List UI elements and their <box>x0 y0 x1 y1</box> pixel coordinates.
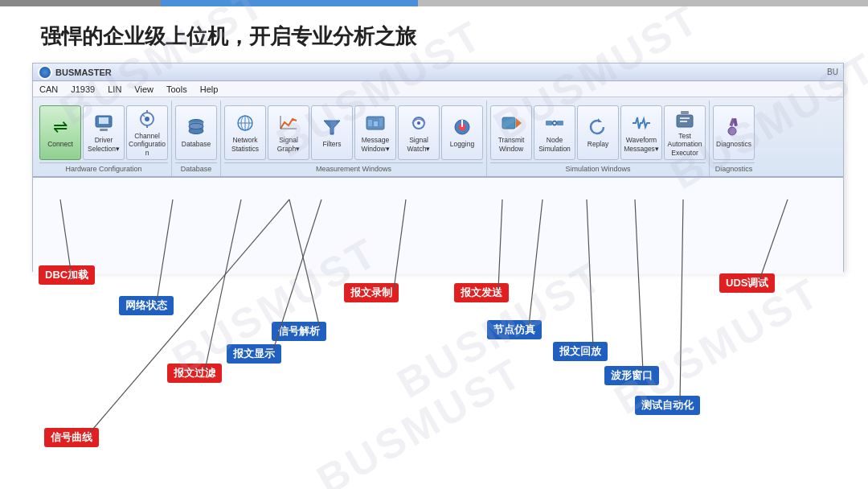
annotation-signal-curve: 信号曲线 <box>44 428 99 447</box>
signal-graph-button[interactable]: SignalGraph▾ <box>268 105 309 160</box>
waveform-button[interactable]: WaveformMessages▾ <box>620 105 662 160</box>
annotation-message-record: 报文录制 <box>344 283 399 302</box>
node-sim-icon <box>543 112 566 134</box>
signal-graph-icon <box>277 112 300 134</box>
menu-lin[interactable]: LIN <box>108 84 121 94</box>
signal-watch-button[interactable]: SignalWatch▾ <box>398 105 440 160</box>
content-area <box>33 178 843 274</box>
svg-rect-20 <box>368 120 372 126</box>
annotation-node-simulation: 节点仿真 <box>487 320 542 339</box>
svg-rect-38 <box>733 118 738 127</box>
filters-button[interactable]: Filters <box>311 105 353 160</box>
app-logo <box>38 65 52 80</box>
logging-button[interactable]: Logging <box>441 105 483 160</box>
toolbar: ⇌ Connect DriverSelection▾ ChannelConfig… <box>33 97 843 178</box>
annotation-signal-analysis: 信号解析 <box>272 322 326 341</box>
page-title: 强悍的企业级上位机，开启专业分析之旅 <box>40 23 416 51</box>
svg-rect-21 <box>374 121 378 126</box>
annotation-message-filter: 报文过滤 <box>167 364 222 383</box>
network-icon <box>234 112 256 134</box>
diagnostics-icon <box>723 116 745 138</box>
simulation-group-label: Simulation Windows <box>490 162 706 175</box>
watermark-8: BUSMUST <box>309 348 531 489</box>
node-simulation-button[interactable]: NodeSimulation <box>534 105 575 160</box>
toolbar-group-measurement: NetworkStatistics SignalGraph▾ Filters <box>221 101 487 176</box>
logging-label: Logging <box>450 140 474 148</box>
menu-help[interactable]: Help <box>200 84 219 94</box>
node-sim-label: NodeSimulation <box>538 136 571 152</box>
toolbar-group-simulation: TransmitWindow NodeSimulation Replay <box>487 101 710 176</box>
waveform-icon <box>630 112 653 134</box>
diagnostics-label: Diagnostics <box>716 140 751 148</box>
toolbar-group-database: Database Database <box>172 101 221 176</box>
database-button[interactable]: Database <box>175 105 217 160</box>
svg-rect-31 <box>557 121 563 125</box>
replay-button[interactable]: Replay <box>577 105 619 160</box>
menu-tools[interactable]: Tools <box>166 84 187 94</box>
message-window-icon <box>364 112 387 134</box>
filters-icon <box>321 116 343 138</box>
replay-label: Replay <box>588 140 608 148</box>
annotation-message-send: 报文发送 <box>454 283 509 302</box>
channel-icon <box>136 108 158 130</box>
driver-label: DriverSelection▾ <box>88 136 120 152</box>
filters-label: Filters <box>322 140 341 148</box>
annotation-message-display: 报文显示 <box>227 344 281 364</box>
driver-icon <box>92 112 115 134</box>
annotation-network-status: 网络状态 <box>119 296 174 315</box>
svg-marker-29 <box>516 118 522 128</box>
transmit-icon <box>500 112 522 134</box>
toolbar-group-diagnostics: Diagnostics Diagnostics <box>710 101 758 176</box>
hardware-group-label: Hardware Configuration <box>39 162 168 175</box>
signal-watch-label: SignalWatch▾ <box>407 136 431 152</box>
svg-point-11 <box>189 124 203 129</box>
svg-rect-2 <box>100 129 108 131</box>
driver-selection-button[interactable]: DriverSelection▾ <box>83 105 125 160</box>
menu-can[interactable]: CAN <box>39 84 58 94</box>
transmit-label: TransmitWindow <box>498 136 525 152</box>
menu-view[interactable]: View <box>134 84 154 94</box>
svg-rect-22 <box>379 118 383 126</box>
test-auto-icon <box>674 108 696 130</box>
channel-config-button[interactable]: ChannelConfiguration <box>126 105 168 160</box>
database-label: Database <box>182 140 211 148</box>
svg-point-6 <box>145 117 149 121</box>
connect-button[interactable]: ⇌ Connect <box>39 105 81 160</box>
software-window: BUSMASTER BU CAN J1939 LIN View Tools He… <box>32 63 844 272</box>
svg-point-24 <box>417 121 420 125</box>
network-statistics-button[interactable]: NetworkStatistics <box>224 105 266 160</box>
measurement-group-label: Measurement Windows <box>224 162 483 175</box>
svg-rect-30 <box>546 121 552 125</box>
top-color-bars <box>0 0 868 6</box>
svg-marker-18 <box>324 121 340 134</box>
database-icon <box>185 116 207 138</box>
message-window-label: MessageWindow▾ <box>361 136 389 152</box>
channel-label: ChannelConfiguration <box>129 132 166 157</box>
database-group-label: Database <box>175 162 217 175</box>
menu-j1939[interactable]: J1939 <box>71 84 95 94</box>
annotation-dbc: DBC加载 <box>39 265 95 285</box>
test-automation-button[interactable]: Test AutomationExecutor <box>664 105 706 160</box>
connect-icon: ⇌ <box>49 116 72 138</box>
annotation-uds: UDS调试 <box>719 273 775 293</box>
menu-bar: CAN J1939 LIN View Tools Help <box>33 81 843 97</box>
waveform-label: WaveformMessages▾ <box>624 136 659 152</box>
annotation-message-replay: 报文回放 <box>553 342 608 361</box>
test-auto-label: Test AutomationExecutor <box>666 132 703 157</box>
signal-graph-label: SignalGraph▾ <box>277 136 301 152</box>
svg-marker-32 <box>598 118 602 122</box>
message-window-button[interactable]: MessageWindow▾ <box>354 105 396 160</box>
replay-icon <box>587 116 609 138</box>
annotation-test-automation: 测试自动化 <box>635 396 700 415</box>
connect-label: Connect <box>47 140 73 148</box>
title-bar: BUSMASTER BU <box>33 64 843 81</box>
title-bar-text: BUSMASTER <box>55 68 112 77</box>
annotation-waveform-window: 波形窗口 <box>604 366 659 385</box>
toolbar-group-hardware: ⇌ Connect DriverSelection▾ ChannelConfig… <box>36 101 172 176</box>
svg-rect-33 <box>681 111 689 114</box>
transmit-window-button[interactable]: TransmitWindow <box>490 105 532 160</box>
diagnostics-group-label: Diagnostics <box>713 162 755 175</box>
logging-icon <box>451 116 473 138</box>
diagnostics-button[interactable]: Diagnostics <box>713 105 755 160</box>
svg-rect-28 <box>502 117 515 129</box>
